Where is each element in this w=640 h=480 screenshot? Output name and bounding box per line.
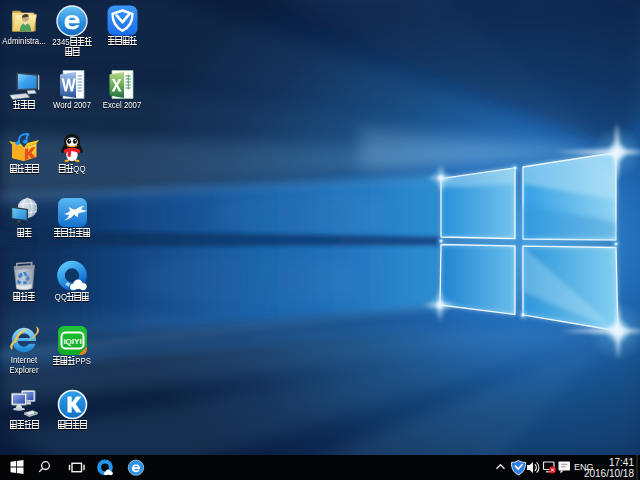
svg-text:iQIYI: iQIYI [63,337,81,346]
svg-text:2016/10/18: 2016/10/18 [584,468,634,479]
svg-text:17:41: 17:41 [609,457,634,468]
